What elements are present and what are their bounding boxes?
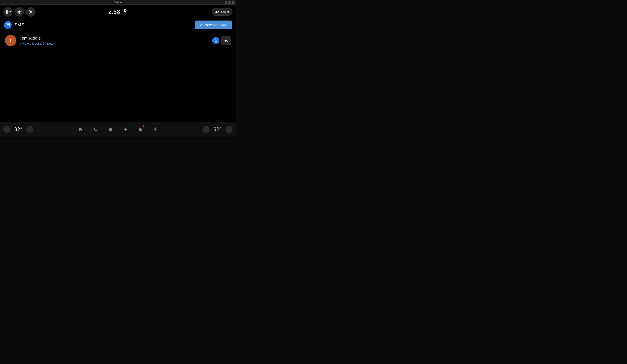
temp-left-display: 32° (12, 126, 25, 132)
microphone-icon (153, 127, 157, 132)
temp-right-increase-button[interactable] (225, 126, 232, 133)
pencil-icon (199, 23, 203, 27)
contact-name: Tom Riddle (20, 36, 212, 41)
bottom-right: 32° (200, 126, 232, 133)
message-info: Tom Riddle ▶ How's it going? · now (20, 36, 212, 46)
title-bar: Seahawk – □ ✕ (0, 0, 236, 4)
svg-line-4 (29, 10, 30, 11)
bluetooth-icon (4, 10, 9, 14)
phone-button[interactable] (91, 125, 100, 134)
svg-rect-13 (8, 24, 9, 25)
svg-rect-15 (110, 128, 111, 129)
svg-rect-17 (109, 129, 110, 130)
top-bar-center: 2:58 (108, 8, 127, 15)
top-bar: ✦ (0, 4, 236, 19)
top-bar-left: ✦ (3, 7, 36, 17)
app-container: ✦ (0, 4, 236, 136)
wifi-button[interactable] (15, 7, 24, 17)
preview-text: How's it going? (22, 42, 44, 46)
sms-icon (6, 23, 10, 27)
grid-icon (108, 127, 113, 132)
chevron-left-icon (5, 128, 8, 131)
svg-point-23 (125, 129, 126, 130)
restore-button[interactable]: □ (228, 1, 231, 3)
preview-separator: · (45, 42, 46, 46)
notification-wrap (135, 125, 145, 134)
grid-button[interactable] (105, 125, 115, 134)
reply-icon (224, 39, 228, 43)
svg-rect-20 (109, 130, 110, 131)
new-message-button[interactable]: New Message (195, 21, 232, 29)
chevron-right-icon (28, 128, 31, 131)
home-button[interactable] (75, 125, 85, 134)
driver-label: Driver (221, 10, 229, 14)
temp-left-decrease-button[interactable] (3, 126, 10, 133)
svg-rect-19 (111, 129, 112, 130)
title-bar-controls: – □ ✕ (225, 1, 234, 3)
timestamp: now (47, 42, 53, 46)
new-message-label: New Message (205, 23, 227, 27)
contact-avatar: T (5, 35, 16, 46)
microphone-button[interactable] (151, 125, 160, 134)
sms-app-icon (4, 21, 12, 29)
unread-count: 2 (215, 39, 217, 43)
temp-left-increase-button[interactable] (26, 126, 33, 133)
close-button[interactable]: ✕ (232, 1, 234, 3)
chevron-right-icon-right (228, 128, 230, 131)
bottom-left: 32° (3, 126, 36, 133)
svg-rect-21 (110, 130, 111, 131)
driver-icon (215, 10, 220, 14)
minimize-button[interactable]: – (225, 1, 227, 3)
unread-badge: 2 (212, 37, 219, 44)
svg-point-1 (30, 11, 32, 13)
brightness-button[interactable] (26, 7, 36, 17)
svg-rect-14 (109, 128, 110, 129)
bottom-bar: 32° (0, 122, 236, 136)
svg-point-0 (19, 13, 20, 13)
sms-title: SMS (14, 22, 24, 28)
message-actions: 2 (212, 36, 231, 45)
svg-rect-12 (7, 24, 8, 25)
svg-point-10 (216, 11, 217, 12)
home-icon (78, 127, 83, 132)
temp-right-decrease-button[interactable] (203, 126, 210, 133)
chevron-left-icon-right (205, 128, 207, 131)
title-bar-text: Seahawk (114, 1, 122, 3)
svg-rect-16 (111, 128, 112, 129)
wifi-icon (17, 10, 22, 14)
svg-rect-18 (110, 129, 111, 130)
contact-initial: T (9, 38, 12, 43)
phone-icon (93, 127, 98, 132)
notification-dot (143, 126, 144, 127)
play-icon: ▶ (20, 42, 21, 45)
bluetooth-button[interactable]: ✦ (3, 7, 13, 17)
top-bar-right: Driver (211, 8, 232, 16)
bottom-center (36, 125, 200, 134)
svg-line-5 (32, 13, 32, 13)
notification-icon (138, 127, 143, 132)
location-icon (123, 9, 127, 15)
time-display: 2:58 (108, 8, 120, 15)
svg-point-11 (218, 11, 219, 12)
header-row: SMS New Message (0, 19, 236, 31)
driver-button[interactable]: Driver (211, 8, 232, 16)
fan-button[interactable] (120, 125, 130, 134)
temp-right-display: 32° (211, 126, 224, 132)
fan-icon (123, 127, 128, 132)
svg-line-9 (32, 10, 32, 11)
message-list: T Tom Riddle ▶ How's it going? · now 2 (0, 31, 236, 122)
reply-button[interactable] (221, 36, 231, 45)
message-preview: ▶ How's it going? · now (20, 42, 212, 46)
message-item[interactable]: T Tom Riddle ▶ How's it going? · now 2 (3, 32, 232, 49)
svg-rect-22 (111, 130, 112, 131)
svg-line-8 (29, 13, 30, 13)
brightness-icon (29, 10, 33, 14)
